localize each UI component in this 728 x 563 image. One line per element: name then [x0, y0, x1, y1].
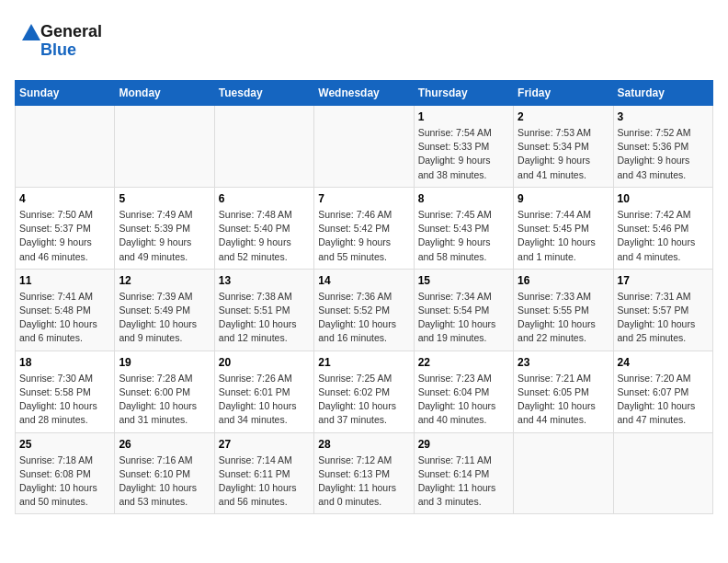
- day-info: Sunrise: 7:23 AMSunset: 6:04 PMDaylight:…: [418, 372, 509, 428]
- day-number: 21: [318, 356, 409, 369]
- week-row-4: 18Sunrise: 7:30 AMSunset: 5:58 PMDayligh…: [16, 350, 713, 432]
- day-info: Sunrise: 7:41 AMSunset: 5:48 PMDaylight:…: [19, 290, 110, 346]
- day-number: 11: [19, 274, 110, 287]
- day-info: Sunrise: 7:20 AMSunset: 6:07 PMDaylight:…: [618, 372, 709, 428]
- day-number: 10: [618, 192, 709, 205]
- day-info: Sunrise: 7:31 AMSunset: 5:57 PMDaylight:…: [618, 290, 709, 346]
- day-number: 16: [518, 274, 609, 287]
- calendar-cell: 5Sunrise: 7:49 AMSunset: 5:39 PMDaylight…: [115, 187, 214, 269]
- day-number: 25: [19, 438, 110, 451]
- calendar-header-row: SundayMondayTuesdayWednesdayThursdayFrid…: [16, 81, 713, 106]
- day-info: Sunrise: 7:42 AMSunset: 5:46 PMDaylight:…: [618, 208, 709, 264]
- column-header-tuesday: Tuesday: [214, 81, 313, 106]
- day-info: Sunrise: 7:45 AMSunset: 5:43 PMDaylight:…: [418, 208, 509, 264]
- day-info: Sunrise: 7:54 AMSunset: 5:33 PMDaylight:…: [418, 126, 509, 182]
- day-info: Sunrise: 7:16 AMSunset: 6:10 PMDaylight:…: [119, 454, 210, 510]
- day-number: 3: [618, 110, 709, 123]
- week-row-5: 25Sunrise: 7:18 AMSunset: 6:08 PMDayligh…: [16, 432, 713, 514]
- calendar-cell: [16, 106, 115, 188]
- calendar-cell: [613, 432, 712, 514]
- calendar-cell: 16Sunrise: 7:33 AMSunset: 5:55 PMDayligh…: [514, 269, 613, 350]
- day-info: Sunrise: 7:28 AMSunset: 6:00 PMDaylight:…: [119, 372, 210, 428]
- day-info: Sunrise: 7:39 AMSunset: 5:49 PMDaylight:…: [119, 290, 210, 346]
- generalblue-logo: General Blue: [15, 15, 116, 65]
- day-number: 18: [19, 356, 110, 369]
- calendar-cell: 12Sunrise: 7:39 AMSunset: 5:49 PMDayligh…: [115, 269, 214, 350]
- calendar-cell: 6Sunrise: 7:48 AMSunset: 5:40 PMDaylight…: [214, 187, 313, 269]
- header: General Blue: [15, 15, 713, 69]
- calendar-cell: 22Sunrise: 7:23 AMSunset: 6:04 PMDayligh…: [414, 350, 513, 432]
- calendar-table: SundayMondayTuesdayWednesdayThursdayFrid…: [15, 80, 713, 514]
- column-header-sunday: Sunday: [16, 81, 115, 106]
- calendar-cell: 21Sunrise: 7:25 AMSunset: 6:02 PMDayligh…: [314, 350, 414, 432]
- day-number: 26: [119, 438, 210, 451]
- calendar-cell: 20Sunrise: 7:26 AMSunset: 6:01 PMDayligh…: [214, 350, 313, 432]
- day-info: Sunrise: 7:52 AMSunset: 5:36 PMDaylight:…: [618, 126, 709, 182]
- day-info: Sunrise: 7:34 AMSunset: 5:54 PMDaylight:…: [418, 290, 509, 346]
- week-row-3: 11Sunrise: 7:41 AMSunset: 5:48 PMDayligh…: [16, 269, 713, 350]
- calendar-cell: 15Sunrise: 7:34 AMSunset: 5:54 PMDayligh…: [414, 269, 513, 350]
- day-info: Sunrise: 7:44 AMSunset: 5:45 PMDaylight:…: [518, 208, 609, 264]
- day-number: 6: [219, 192, 310, 205]
- day-info: Sunrise: 7:26 AMSunset: 6:01 PMDaylight:…: [219, 372, 310, 428]
- day-info: Sunrise: 7:46 AMSunset: 5:42 PMDaylight:…: [318, 208, 409, 264]
- svg-text:Blue: Blue: [40, 40, 76, 59]
- day-info: Sunrise: 7:53 AMSunset: 5:34 PMDaylight:…: [518, 126, 609, 182]
- day-number: 15: [418, 274, 509, 287]
- week-row-2: 4Sunrise: 7:50 AMSunset: 5:37 PMDaylight…: [16, 187, 713, 269]
- calendar-cell: 25Sunrise: 7:18 AMSunset: 6:08 PMDayligh…: [16, 432, 115, 514]
- day-number: 5: [119, 192, 210, 205]
- calendar-cell: [115, 106, 214, 188]
- calendar-cell: 28Sunrise: 7:12 AMSunset: 6:13 PMDayligh…: [314, 432, 414, 514]
- calendar-cell: 24Sunrise: 7:20 AMSunset: 6:07 PMDayligh…: [613, 350, 712, 432]
- day-number: 8: [418, 192, 509, 205]
- day-number: 19: [119, 356, 210, 369]
- day-number: 2: [518, 110, 609, 123]
- logo-container: General Blue: [15, 15, 116, 69]
- calendar-cell: 10Sunrise: 7:42 AMSunset: 5:46 PMDayligh…: [613, 187, 712, 269]
- calendar-cell: 14Sunrise: 7:36 AMSunset: 5:52 PMDayligh…: [314, 269, 414, 350]
- day-number: 14: [318, 274, 409, 287]
- day-number: 9: [518, 192, 609, 205]
- column-header-wednesday: Wednesday: [314, 81, 414, 106]
- day-info: Sunrise: 7:33 AMSunset: 5:55 PMDaylight:…: [518, 290, 609, 346]
- day-info: Sunrise: 7:36 AMSunset: 5:52 PMDaylight:…: [318, 290, 409, 346]
- day-info: Sunrise: 7:21 AMSunset: 6:05 PMDaylight:…: [518, 372, 609, 428]
- day-number: 13: [219, 274, 310, 287]
- calendar-cell: 26Sunrise: 7:16 AMSunset: 6:10 PMDayligh…: [115, 432, 214, 514]
- day-info: Sunrise: 7:49 AMSunset: 5:39 PMDaylight:…: [119, 208, 210, 264]
- day-number: 7: [318, 192, 409, 205]
- week-row-1: 1Sunrise: 7:54 AMSunset: 5:33 PMDaylight…: [16, 106, 713, 188]
- column-header-friday: Friday: [514, 81, 613, 106]
- calendar-cell: 8Sunrise: 7:45 AMSunset: 5:43 PMDaylight…: [414, 187, 513, 269]
- day-number: 20: [219, 356, 310, 369]
- svg-marker-1: [22, 24, 40, 40]
- calendar-cell: 13Sunrise: 7:38 AMSunset: 5:51 PMDayligh…: [214, 269, 313, 350]
- day-info: Sunrise: 7:11 AMSunset: 6:14 PMDaylight:…: [418, 454, 509, 510]
- day-info: Sunrise: 7:38 AMSunset: 5:51 PMDaylight:…: [219, 290, 310, 346]
- calendar-cell: 4Sunrise: 7:50 AMSunset: 5:37 PMDaylight…: [16, 187, 115, 269]
- day-number: 22: [418, 356, 509, 369]
- svg-text:General: General: [40, 22, 102, 40]
- column-header-thursday: Thursday: [414, 81, 513, 106]
- calendar-cell: 2Sunrise: 7:53 AMSunset: 5:34 PMDaylight…: [514, 106, 613, 188]
- day-info: Sunrise: 7:50 AMSunset: 5:37 PMDaylight:…: [19, 208, 110, 264]
- day-info: Sunrise: 7:30 AMSunset: 5:58 PMDaylight:…: [19, 372, 110, 428]
- calendar-cell: [214, 106, 313, 188]
- day-number: 17: [618, 274, 709, 287]
- day-number: 29: [418, 438, 509, 451]
- day-info: Sunrise: 7:18 AMSunset: 6:08 PMDaylight:…: [19, 454, 110, 510]
- calendar-cell: 17Sunrise: 7:31 AMSunset: 5:57 PMDayligh…: [613, 269, 712, 350]
- calendar-cell: 23Sunrise: 7:21 AMSunset: 6:05 PMDayligh…: [514, 350, 613, 432]
- calendar-cell: 29Sunrise: 7:11 AMSunset: 6:14 PMDayligh…: [414, 432, 513, 514]
- calendar-cell: 18Sunrise: 7:30 AMSunset: 5:58 PMDayligh…: [16, 350, 115, 432]
- calendar-cell: 3Sunrise: 7:52 AMSunset: 5:36 PMDaylight…: [613, 106, 712, 188]
- calendar-cell: 1Sunrise: 7:54 AMSunset: 5:33 PMDaylight…: [414, 106, 513, 188]
- calendar-cell: 7Sunrise: 7:46 AMSunset: 5:42 PMDaylight…: [314, 187, 414, 269]
- calendar-cell: 11Sunrise: 7:41 AMSunset: 5:48 PMDayligh…: [16, 269, 115, 350]
- calendar-cell: [314, 106, 414, 188]
- calendar-cell: 27Sunrise: 7:14 AMSunset: 6:11 PMDayligh…: [214, 432, 313, 514]
- day-number: 28: [318, 438, 409, 451]
- day-number: 12: [119, 274, 210, 287]
- column-header-monday: Monday: [115, 81, 214, 106]
